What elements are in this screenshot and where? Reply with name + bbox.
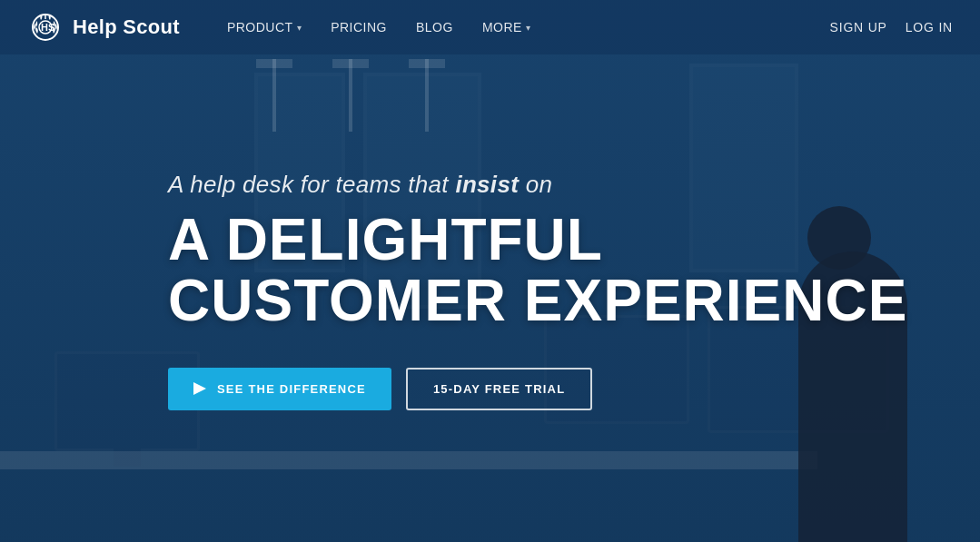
nav-login[interactable]: LOG IN — [906, 20, 953, 34]
navbar: HS Help Scout PRODUCT ▾ PRICING BLOG MOR… — [0, 0, 980, 54]
nav-more[interactable]: MORE ▾ — [471, 13, 542, 42]
ceiling-light-2 — [349, 59, 352, 132]
ceiling-lights — [272, 59, 429, 132]
nav-links: PRODUCT ▾ PRICING BLOG MORE ▾ — [216, 13, 830, 42]
see-difference-button[interactable]: SEE THE DIFFERENCE — [168, 368, 391, 410]
nav-product[interactable]: PRODUCT ▾ — [216, 13, 312, 42]
nav-pricing[interactable]: PRICING — [320, 13, 398, 42]
nav-right: SIGN UP LOG IN — [830, 20, 953, 34]
free-trial-button[interactable]: 15-DAY FREE TRIAL — [406, 368, 592, 410]
hero-title: A DELIGHTFUL CUSTOMER EXPERIENCE — [168, 209, 907, 330]
laurel-icon: HS — [27, 9, 64, 45]
nav-blog[interactable]: BLOG — [405, 13, 464, 42]
ceiling-light-1 — [272, 59, 276, 132]
hero-content: A help desk for teams that insist on A D… — [168, 170, 907, 409]
play-icon — [193, 382, 206, 395]
logo-link[interactable]: HS Help Scout — [27, 9, 180, 45]
svg-text:HS: HS — [41, 22, 54, 33]
nav-signup[interactable]: SIGN UP — [830, 20, 887, 34]
ceiling-light-3 — [425, 59, 429, 132]
hero-buttons: SEE THE DIFFERENCE 15-DAY FREE TRIAL — [168, 368, 907, 410]
desk — [0, 451, 817, 469]
product-chevron-icon: ▾ — [297, 23, 302, 33]
more-chevron-icon: ▾ — [526, 23, 531, 33]
logo-text: Help Scout — [73, 15, 180, 39]
hero-section: HS Help Scout PRODUCT ▾ PRICING BLOG MOR… — [0, 0, 980, 542]
hero-subtitle: A help desk for teams that insist on — [168, 170, 907, 198]
